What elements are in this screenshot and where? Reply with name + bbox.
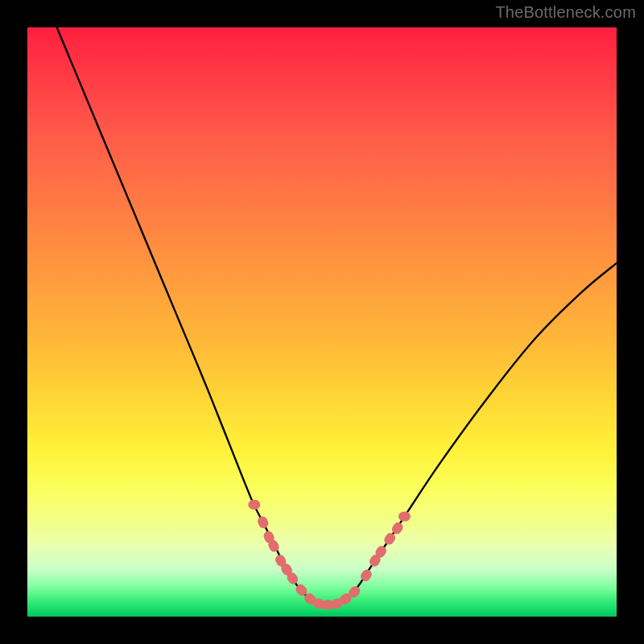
highlight-dots-group: [249, 500, 411, 609]
watermark-text: TheBottleneck.com: [495, 3, 636, 22]
highlight-dot: [383, 531, 397, 546]
plot-area: [27, 27, 617, 617]
highlight-dot: [249, 500, 260, 509]
chart-frame: TheBottleneck.com: [0, 0, 644, 644]
chart-svg: [27, 27, 617, 617]
highlight-dot: [398, 512, 410, 521]
highlight-dot: [257, 515, 270, 529]
bottleneck-curve: [57, 27, 617, 605]
